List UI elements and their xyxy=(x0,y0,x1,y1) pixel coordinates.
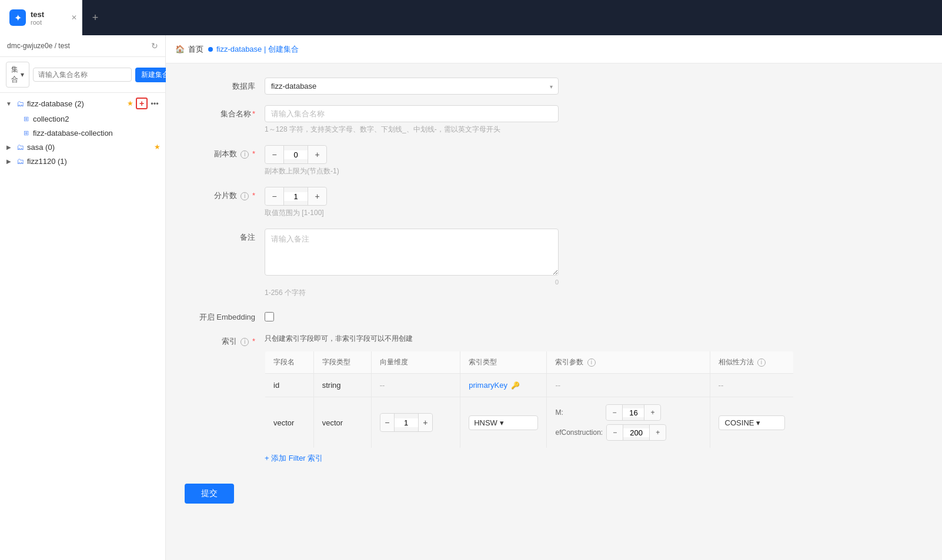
sidebar-item-fizz1120[interactable]: ▶ 🗂 fizz1120 (1) xyxy=(0,154,165,168)
index-type-select[interactable]: HNSW ▾ xyxy=(469,415,538,430)
sidebar-item-label-fizz1120: fizz1120 (1) xyxy=(27,157,161,166)
index-params-info-icon[interactable]: i xyxy=(587,358,596,367)
form-row-shard: 分片数 i * − + 取值范围为 [1-100] xyxy=(185,187,923,218)
add-collection-button[interactable]: + xyxy=(136,98,148,109)
collection-name-input[interactable] xyxy=(265,105,559,122)
database-select[interactable]: fizz-database xyxy=(265,78,559,95)
sidebar-header: dmc-gwjuze0e / test ↻ xyxy=(0,35,165,57)
cell-field-type-id: string xyxy=(313,374,371,397)
shard-info-icon[interactable]: i xyxy=(240,192,249,200)
shard-hint: 取值范围为 [1-100] xyxy=(265,208,559,218)
replica-hint: 副本数上限为(节点数-1) xyxy=(265,166,559,176)
param-M-stepper: − + xyxy=(606,404,661,421)
form-control-collection-name: 1～128 字符，支持英文字母、数字、下划线_、中划线-，需以英文字母开头 xyxy=(265,105,559,135)
tab-name: test xyxy=(31,10,44,19)
sidebar-item-sasa[interactable]: ▶ 🗂 sasa (0) ★ xyxy=(0,140,165,154)
param-M-value-input[interactable] xyxy=(623,408,644,417)
replica-info-icon[interactable]: i xyxy=(240,150,249,159)
replica-increment-button[interactable]: + xyxy=(308,146,326,163)
breadcrumb-home[interactable]: 🏠 首页 xyxy=(175,44,203,55)
similarity-info-icon[interactable]: i xyxy=(757,358,766,367)
vector-dim-increment-button[interactable]: + xyxy=(418,414,432,431)
param-ef-decrement-button[interactable]: − xyxy=(607,425,623,440)
more-options-button[interactable]: ••• xyxy=(149,98,161,109)
param-group: M: − + efConstruc xyxy=(555,404,701,441)
index-hint: 只创建索引字段即可，非索引字段可以不用创建 xyxy=(265,334,794,344)
sidebar-item-fizz-database[interactable]: ▼ 🗂 fizz-database (2) ★ + ••• xyxy=(0,95,165,112)
submit-button[interactable]: 提交 xyxy=(185,484,234,504)
tab-text: test root xyxy=(31,10,44,26)
sidebar-item-label-sasa: sasa (0) xyxy=(27,143,152,152)
tab-close-button[interactable]: ✕ xyxy=(71,14,77,22)
chevron-down-icon: ▾ xyxy=(756,418,760,427)
table-row: vector vector − + xyxy=(265,397,794,448)
param-ef-label: efConstruction: xyxy=(555,428,603,437)
th-index-params: 索引参数 i xyxy=(547,351,710,374)
remark-hint: 1-256 个字符 xyxy=(265,288,559,298)
cell-vector-dim-vector: − + xyxy=(371,397,460,448)
chevron-down-icon: ▾ xyxy=(500,418,504,427)
similarity-select[interactable]: COSINE ▾ xyxy=(719,415,785,430)
collection-search-input[interactable] xyxy=(33,68,132,82)
cell-vector-dim-id: -- xyxy=(371,374,460,397)
param-M-decrement-button[interactable]: − xyxy=(606,405,623,420)
form-label-database: 数据库 xyxy=(185,78,255,92)
form-control-replica: − + 副本数上限为(节点数-1) xyxy=(265,145,559,176)
main-tab[interactable]: ✦ test root ✕ xyxy=(0,0,82,35)
sidebar-tools: 集合 ▾ 新建集合 xyxy=(0,57,165,93)
form-control-database: fizz-database ▾ xyxy=(265,78,559,95)
submit-area: 提交 xyxy=(185,474,923,513)
shard-decrement-button[interactable]: − xyxy=(265,187,284,205)
tab-add-button[interactable]: + xyxy=(85,7,106,28)
index-info-icon[interactable]: i xyxy=(240,338,249,346)
shard-value-input[interactable] xyxy=(284,192,308,201)
breadcrumb-home-label: 首页 xyxy=(188,44,203,55)
sidebar-item-label-fizz-database: fizz-database (2) xyxy=(27,99,125,108)
param-ef-value-input[interactable] xyxy=(623,428,649,437)
table-row: id string -- primaryKey 🔑 -- xyxy=(265,374,794,397)
content-area: 🏠 首页 fizz-database | 创建集合 数据库 fizz-datab… xyxy=(166,35,942,560)
embedding-checkbox[interactable] xyxy=(265,312,274,321)
sidebar-refresh-button[interactable]: ↻ xyxy=(151,41,158,51)
collection-dropdown-label: 集合 xyxy=(11,65,18,85)
vector-dim-decrement-button[interactable]: − xyxy=(380,414,395,431)
main-layout: dmc-gwjuze0e / test ↻ 集合 ▾ 新建集合 ▼ 🗂 fizz… xyxy=(0,35,942,560)
sidebar-item-label-collection2: collection2 xyxy=(33,115,161,123)
shard-stepper: − + xyxy=(265,187,327,206)
database-icon: 🗂 xyxy=(15,156,25,166)
form-control-embedding xyxy=(265,308,559,323)
tree-arrow-icon: ▶ xyxy=(5,143,13,151)
param-ef-increment-button[interactable]: + xyxy=(649,425,666,440)
collection-icon: ⊞ xyxy=(21,114,31,123)
replica-value-input[interactable] xyxy=(284,150,308,159)
param-row-ef: efConstruction: − + xyxy=(555,424,701,441)
cell-field-type-vector: vector xyxy=(313,397,371,448)
shard-increment-button[interactable]: + xyxy=(308,187,326,205)
breadcrumb-current: fizz-database | 创建集合 xyxy=(208,44,299,55)
sidebar: dmc-gwjuze0e / test ↻ 集合 ▾ 新建集合 ▼ 🗂 fizz… xyxy=(0,35,166,560)
form-row-embedding: 开启 Embedding xyxy=(185,308,923,323)
form-row-database: 数据库 fizz-database ▾ xyxy=(185,78,923,95)
tree-arrow-icon: ▶ xyxy=(5,157,13,165)
replica-decrement-button[interactable]: − xyxy=(265,146,284,163)
collection-dropdown[interactable]: 集合 ▾ xyxy=(6,62,29,88)
th-field-type: 字段类型 xyxy=(313,351,371,374)
th-vector-dim: 向量维度 xyxy=(371,351,460,374)
breadcrumb-dot xyxy=(208,47,213,52)
remark-textarea[interactable] xyxy=(265,229,559,276)
top-bar: ✦ test root ✕ + xyxy=(0,0,942,35)
sidebar-item-fizz-database-collection[interactable]: ⊞ fizz-database-collection xyxy=(16,126,165,140)
tab-area: ✦ test root ✕ + xyxy=(0,0,942,35)
sidebar-item-collection2[interactable]: ⊞ collection2 xyxy=(16,112,165,126)
add-filter-button[interactable]: + 添加 Filter 索引 xyxy=(265,453,323,464)
tree-actions: + ••• xyxy=(136,98,161,109)
vector-dim-stepper: − + xyxy=(380,413,433,432)
form-control-index: 只创建索引字段即可，非索引字段可以不用创建 字段名 字段类型 向量维度 索引类型… xyxy=(265,334,794,464)
cell-field-name-vector: vector xyxy=(265,397,314,448)
param-M-increment-button[interactable]: + xyxy=(644,405,660,420)
cell-index-params-id: -- xyxy=(547,374,710,397)
database-icon: 🗂 xyxy=(15,142,25,152)
database-icon: 🗂 xyxy=(15,99,25,108)
breadcrumb-bar: 🏠 首页 fizz-database | 创建集合 xyxy=(166,35,942,63)
vector-dim-value-input[interactable] xyxy=(395,418,418,427)
